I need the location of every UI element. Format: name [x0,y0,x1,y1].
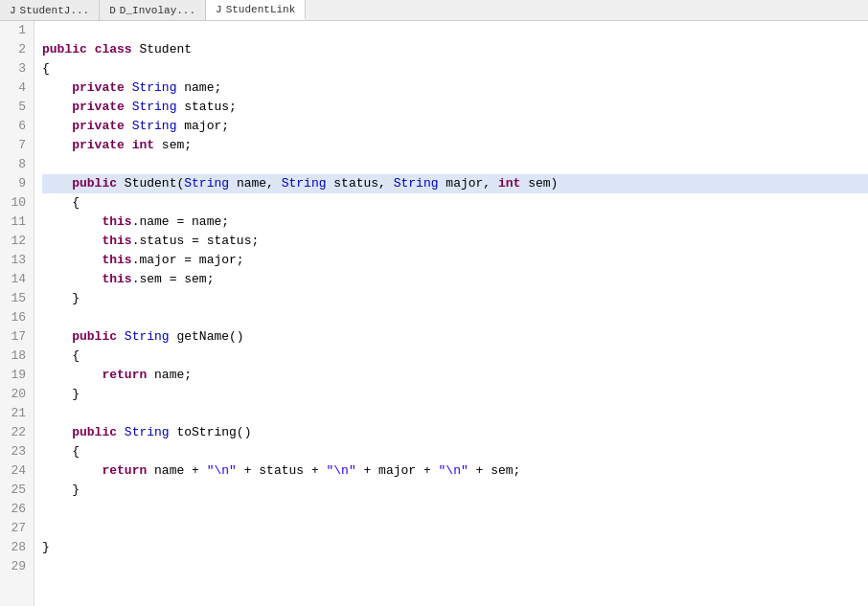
code-area: 1 2 3 4 5 6 7 8 9 10 11 12 13 14 15 16 1… [0,21,868,606]
line-num-2: 2 [8,40,26,59]
code-line-22: public String toString() [42,423,868,442]
code-line-9: public Student(String name, String statu… [42,174,868,193]
tab-student-j[interactable]: J StudentJ... [0,0,100,20]
code-line-3: { [42,59,868,79]
code-line-4: private String name; [42,79,868,98]
line-num-24: 24 [8,461,26,481]
code-line-14: this.sem = sem; [42,270,868,289]
code-line-13: this.major = major; [42,251,868,270]
line-num-8: 8 [8,155,26,174]
code-line-28: } [42,538,868,557]
line-num-4: 4 [8,79,26,98]
line-num-1: 1 [8,21,26,40]
line-num-7: 7 [8,136,26,155]
code-line-11: this.name = name; [42,213,868,232]
code-line-19: return name; [42,366,868,385]
code-line-15: } [42,289,868,308]
line-numbers: 1 2 3 4 5 6 7 8 9 10 11 12 13 14 15 16 1… [0,21,34,606]
code-content[interactable]: public class Student { private String na… [34,21,868,606]
line-num-28: 28 [8,538,26,557]
code-line-17: public String getName() [42,327,868,347]
code-line-8 [42,155,868,174]
line-num-11: 11 [8,213,26,232]
line-num-17: 17 [8,327,26,347]
tab-d-involay[interactable]: D D_Involay... [100,0,206,20]
code-line-1 [42,21,868,40]
line-num-16: 16 [8,308,26,327]
line-num-5: 5 [8,98,26,117]
line-num-3: 3 [8,59,26,79]
tab-icon-student-j: J [10,5,16,16]
line-num-26: 26 [8,500,26,519]
line-num-20: 20 [8,385,26,404]
line-num-18: 18 [8,347,26,366]
tab-student-link[interactable]: J StudentLink [206,0,306,20]
code-line-7: private int sem; [42,136,868,155]
line-num-23: 23 [8,442,26,461]
line-num-13: 13 [8,251,26,270]
kw-class-2: class [95,40,132,59]
class-name-student: Student [139,40,192,59]
tab-label-student-j: StudentJ... [20,5,90,16]
code-line-24: return name + "\n" + status + "\n" + maj… [42,461,868,481]
line-num-12: 12 [8,232,26,251]
tab-label-student-link: StudentLink [226,4,296,15]
line-num-19: 19 [8,366,26,385]
line-num-15: 15 [8,289,26,308]
code-line-23: { [42,442,868,461]
code-line-29 [42,557,868,576]
tab-icon-student-link: J [216,4,222,15]
line-num-9: 9 [8,174,26,193]
code-line-10: { [42,193,868,213]
line-num-29: 29 [8,557,26,576]
line-num-10: 10 [8,193,26,213]
code-line-6: private String major; [42,117,868,136]
code-line-18: { [42,347,868,366]
line-num-14: 14 [8,270,26,289]
editor-container: J StudentJ... D D_Involay... J StudentLi… [0,0,868,606]
line-num-22: 22 [8,423,26,442]
code-line-20: } [42,385,868,404]
code-line-27 [42,519,868,538]
code-line-2: public class Student [42,40,868,59]
line-num-6: 6 [8,117,26,136]
tab-icon-d-involay: D [109,5,116,16]
tab-label-d-involay: D_Involay... [120,5,195,16]
code-line-21 [42,404,868,423]
tab-bar: J StudentJ... D D_Involay... J StudentLi… [0,0,868,21]
kw-public-2: public [42,40,87,59]
line-num-25: 25 [8,481,26,500]
code-line-5: private String status; [42,98,868,117]
code-line-16 [42,308,868,327]
code-line-26 [42,500,868,519]
line-num-27: 27 [8,519,26,538]
line-num-21: 21 [8,404,26,423]
code-line-12: this.status = status; [42,232,868,251]
code-line-25: } [42,481,868,500]
